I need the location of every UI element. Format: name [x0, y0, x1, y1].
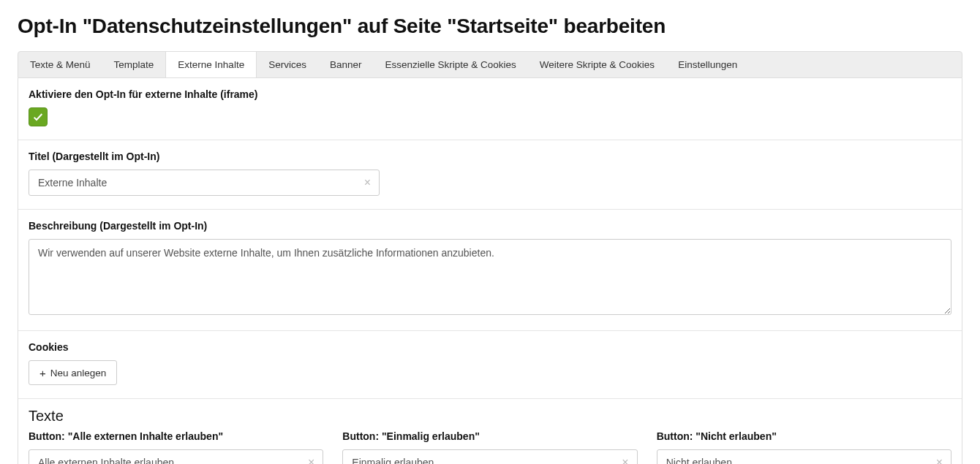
texte-col-deny: Button: "Nicht erlauben" ×: [657, 430, 951, 464]
description-label: Beschreibung (Dargestellt im Opt-In): [29, 220, 951, 232]
title-label: Titel (Dargestellt im Opt-In): [29, 151, 951, 162]
texte-allow-all-clear[interactable]: ×: [305, 454, 317, 464]
page-title: Opt-In "Datenschutzeinstellungen" auf Se…: [18, 15, 962, 38]
tab-panel: Aktiviere den Opt-In für externe Inhalte…: [18, 78, 962, 464]
close-icon: ×: [936, 456, 943, 464]
tab-services[interactable]: Services: [257, 52, 318, 77]
tab-texte-menu[interactable]: Texte & Menü: [18, 52, 102, 77]
new-cookie-button-label: Neu anlegen: [50, 368, 107, 379]
texte-heading: Texte: [29, 408, 951, 425]
texte-col-allow-once: Button: "Einmalig erlauben" ×: [342, 430, 637, 464]
texte-col-allow-all: Button: "Alle externen Inhalte erlauben"…: [29, 430, 323, 464]
tab-externe-inhalte[interactable]: Externe Inhalte: [165, 52, 257, 77]
close-icon: ×: [364, 176, 371, 189]
check-icon: [32, 111, 44, 123]
tab-banner[interactable]: Banner: [318, 52, 374, 77]
activate-checkbox[interactable]: [29, 107, 48, 126]
tab-einstellungen[interactable]: Einstellungen: [666, 52, 749, 77]
texte-allow-all-label: Button: "Alle externen Inhalte erlauben": [29, 430, 323, 442]
plus-icon: +: [39, 367, 46, 379]
activate-section: Aktiviere den Opt-In für externe Inhalte…: [18, 78, 962, 140]
description-section: Beschreibung (Dargestellt im Opt-In): [18, 210, 962, 331]
title-section: Titel (Dargestellt im Opt-In) ×: [18, 140, 962, 210]
texte-allow-once-input[interactable]: [342, 449, 637, 464]
close-icon: ×: [308, 456, 314, 464]
texte-section: Texte Button: "Alle externen Inhalte erl…: [18, 399, 962, 464]
texte-allow-once-clear[interactable]: ×: [619, 454, 631, 464]
tab-weitere-skripte[interactable]: Weitere Skripte & Cookies: [528, 52, 666, 77]
tab-essenzielle-skripte[interactable]: Essenzielle Skripte & Cookies: [373, 52, 527, 77]
texte-deny-label: Button: "Nicht erlauben": [657, 430, 951, 442]
title-input-wrap: ×: [29, 170, 380, 196]
close-icon: ×: [622, 456, 628, 464]
cookies-section: Cookies + Neu anlegen: [18, 331, 962, 399]
title-input[interactable]: [29, 170, 380, 196]
texte-deny-clear[interactable]: ×: [933, 454, 946, 464]
description-textarea[interactable]: [29, 239, 951, 315]
texte-allow-once-label: Button: "Einmalig erlauben": [342, 430, 637, 442]
texte-deny-input[interactable]: [657, 449, 951, 464]
texte-allow-all-input[interactable]: [29, 449, 323, 464]
activate-label: Aktiviere den Opt-In für externe Inhalte…: [29, 88, 951, 100]
new-cookie-button[interactable]: + Neu anlegen: [29, 360, 117, 385]
tabs-bar: Texte & Menü Template Externe Inhalte Se…: [18, 51, 962, 78]
cookies-label: Cookies: [29, 341, 951, 353]
tab-template[interactable]: Template: [102, 52, 166, 77]
title-clear-button[interactable]: ×: [361, 174, 374, 191]
